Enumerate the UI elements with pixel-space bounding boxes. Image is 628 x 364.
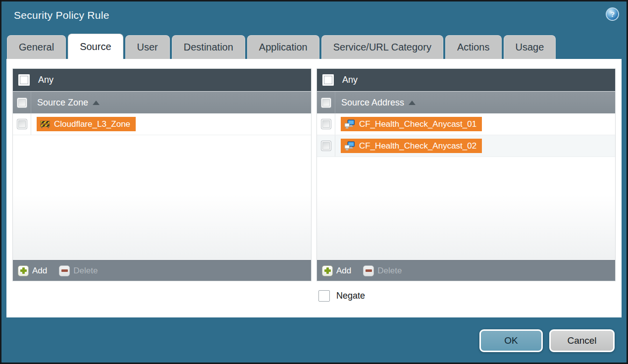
help-icon[interactable]: ? <box>606 7 619 21</box>
source-zone-select-all-cell <box>13 92 31 113</box>
source-zone-any-checkbox[interactable] <box>18 74 30 86</box>
tab-service-url-category[interactable]: Service/URL Category <box>321 35 443 59</box>
delete-button-label: Delete <box>73 266 98 276</box>
source-address-select-all-checkbox[interactable] <box>321 98 331 108</box>
delete-button[interactable]: Delete <box>59 265 98 276</box>
add-button[interactable]: Add <box>322 265 351 276</box>
source-address-any-row: Any <box>317 69 615 92</box>
source-address-any-label: Any <box>342 75 358 85</box>
ok-button[interactable]: OK <box>479 329 543 352</box>
source-zone-select-all-checkbox[interactable] <box>17 98 27 108</box>
tab-application[interactable]: Application <box>247 35 319 59</box>
add-button[interactable]: Add <box>18 265 47 276</box>
source-zone-table-body: Cloudflare_L3_Zone <box>13 113 311 260</box>
zone-icon <box>40 120 50 128</box>
source-zone-column-header: Source Zone <box>13 92 311 113</box>
table-row[interactable]: CF_Health_Check_Anycast_02 <box>317 135 615 157</box>
tab-general[interactable]: General <box>7 35 66 59</box>
row-checkbox[interactable] <box>321 119 331 129</box>
source-zone-footer: Add Delete <box>13 260 311 281</box>
tab-actions[interactable]: Actions <box>445 35 502 59</box>
source-tab-content: Any Source Zone <box>6 59 622 317</box>
security-policy-rule-dialog: Security Policy Rule ? General Source Us… <box>0 0 628 364</box>
source-address-any-checkbox[interactable] <box>322 74 334 86</box>
source-address-footer: Add Delete <box>317 260 615 281</box>
plus-icon <box>18 265 29 276</box>
zone-tag[interactable]: Cloudflare_L3_Zone <box>37 117 136 131</box>
address-icon <box>344 119 355 129</box>
negate-checkbox[interactable] <box>318 290 330 302</box>
tab-source[interactable]: Source <box>68 34 123 59</box>
source-address-column-header: Source Address <box>317 92 615 113</box>
sort-ascending-icon <box>93 101 100 105</box>
source-zone-column-label: Source Zone <box>37 98 88 108</box>
row-checkbox[interactable] <box>321 141 331 151</box>
address-tag-label: CF_Health_Check_Anycast_02 <box>359 141 476 151</box>
delete-button[interactable]: Delete <box>363 265 402 276</box>
minus-icon <box>363 265 374 276</box>
row-checkbox-cell <box>13 113 31 135</box>
address-icon <box>344 141 355 151</box>
plus-icon <box>322 265 333 276</box>
table-row[interactable]: CF_Health_Check_Anycast_01 <box>317 113 615 135</box>
dialog-button-bar: OK Cancel <box>479 329 615 352</box>
minus-icon <box>59 265 70 276</box>
source-zone-any-row: Any <box>13 69 311 92</box>
tab-bar: General Source User Destination Applicat… <box>7 1 556 59</box>
address-tag[interactable]: CF_Health_Check_Anycast_02 <box>341 139 482 153</box>
cancel-button[interactable]: Cancel <box>549 329 615 352</box>
row-checkbox-cell <box>317 113 335 135</box>
tab-user[interactable]: User <box>125 35 170 59</box>
delete-button-label: Delete <box>377 266 402 276</box>
source-address-column-label-wrap[interactable]: Source Address <box>335 92 416 113</box>
negate-row: Negate <box>318 290 365 302</box>
source-zone-column-label-wrap[interactable]: Source Zone <box>31 92 100 113</box>
panels-container: Any Source Zone <box>12 68 616 281</box>
tab-usage[interactable]: Usage <box>504 35 556 59</box>
sort-ascending-icon <box>409 101 416 105</box>
source-zone-panel: Any Source Zone <box>12 68 312 281</box>
source-address-table-body: CF_Health_Check_Anycast_01 <box>317 113 615 260</box>
add-button-label: Add <box>32 266 47 276</box>
row-checkbox[interactable] <box>17 119 27 129</box>
source-address-panel: Any Source Address <box>316 68 616 281</box>
add-button-label: Add <box>336 266 351 276</box>
table-row[interactable]: Cloudflare_L3_Zone <box>13 113 311 135</box>
source-zone-any-label: Any <box>38 75 53 85</box>
source-address-select-all-cell <box>317 92 335 113</box>
tab-destination[interactable]: Destination <box>172 35 245 59</box>
negate-label: Negate <box>336 291 365 301</box>
zone-tag-label: Cloudflare_L3_Zone <box>54 119 130 129</box>
source-address-column-label: Source Address <box>341 98 404 108</box>
address-tag-label: CF_Health_Check_Anycast_01 <box>359 119 476 129</box>
address-tag[interactable]: CF_Health_Check_Anycast_01 <box>341 117 482 131</box>
row-checkbox-cell <box>317 135 335 156</box>
